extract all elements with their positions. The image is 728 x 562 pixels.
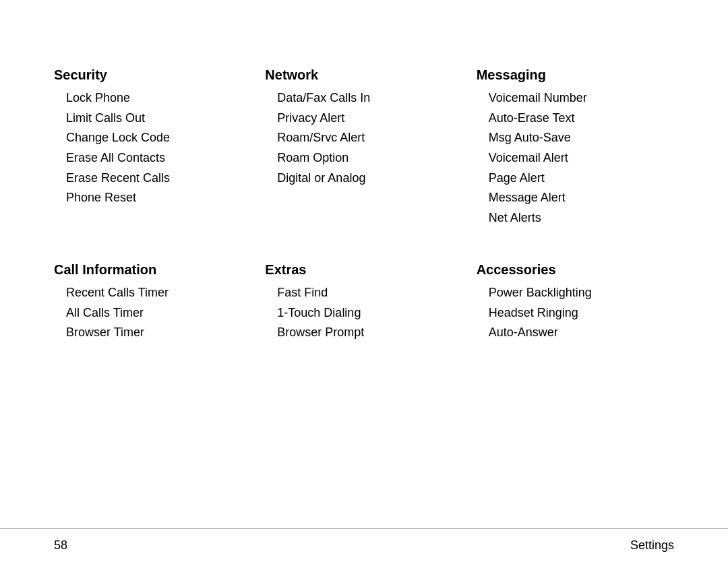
list-item[interactable]: Voicemail Alert bbox=[477, 148, 674, 168]
list-item[interactable]: Roam/Srvc Alert bbox=[265, 128, 462, 148]
list-item[interactable]: Erase Recent Calls bbox=[54, 168, 251, 189]
section-accessories: AccessoriesPower BacklightingHeadset Rin… bbox=[477, 262, 674, 343]
section-title-call-information: Call Information bbox=[54, 262, 251, 278]
list-item[interactable]: Privacy Alert bbox=[265, 108, 462, 129]
list-item[interactable]: Erase All Contacts bbox=[54, 148, 251, 168]
section-items-accessories: Power BacklightingHeadset RingingAuto-An… bbox=[477, 283, 674, 343]
section-title-accessories: Accessories bbox=[477, 262, 674, 278]
list-item[interactable]: Change Lock Code bbox=[54, 128, 251, 148]
list-item[interactable]: Lock Phone bbox=[54, 88, 251, 108]
list-item[interactable]: Fast Find bbox=[265, 283, 462, 303]
list-item[interactable]: Browser Timer bbox=[54, 323, 251, 343]
list-item[interactable]: Phone Reset bbox=[54, 188, 251, 208]
section-title-messaging: Messaging bbox=[477, 67, 674, 83]
list-item[interactable]: Message Alert bbox=[477, 188, 674, 208]
section-call-information: Call InformationRecent Calls TimerAll Ca… bbox=[54, 262, 251, 343]
section-extras: ExtrasFast Find1-Touch DialingBrowser Pr… bbox=[265, 262, 462, 343]
footer: 58 Settings bbox=[0, 528, 728, 562]
list-item[interactable]: Page Alert bbox=[477, 168, 674, 189]
list-item[interactable]: Recent Calls Timer bbox=[54, 283, 251, 303]
list-item[interactable]: Limit Calls Out bbox=[54, 108, 251, 129]
list-item[interactable]: Headset Ringing bbox=[477, 303, 674, 323]
section-title-security: Security bbox=[54, 67, 251, 83]
section-items-call-information: Recent Calls TimerAll Calls TimerBrowser… bbox=[54, 283, 251, 343]
section-title-network: Network bbox=[265, 67, 462, 83]
section-items-network: Data/Fax Calls InPrivacy AlertRoam/Srvc … bbox=[265, 88, 462, 188]
section-messaging: MessagingVoicemail NumberAuto-Erase Text… bbox=[477, 67, 674, 228]
list-item[interactable]: Digital or Analog bbox=[265, 168, 462, 189]
section-items-messaging: Voicemail NumberAuto-Erase TextMsg Auto-… bbox=[477, 88, 674, 228]
list-item[interactable]: All Calls Timer bbox=[54, 303, 251, 323]
list-item[interactable]: Power Backlighting bbox=[477, 283, 674, 303]
list-item[interactable]: Msg Auto-Save bbox=[477, 128, 674, 148]
section-security: SecurityLock PhoneLimit Calls OutChange … bbox=[54, 67, 251, 228]
list-item[interactable]: Browser Prompt bbox=[265, 323, 462, 343]
section-network: NetworkData/Fax Calls InPrivacy AlertRoa… bbox=[265, 67, 462, 228]
list-item[interactable]: 1-Touch Dialing bbox=[265, 303, 462, 323]
list-item[interactable]: Data/Fax Calls In bbox=[265, 88, 462, 108]
section-title-extras: Extras bbox=[265, 262, 462, 278]
section-items-extras: Fast Find1-Touch DialingBrowser Prompt bbox=[265, 283, 462, 343]
section-items-security: Lock PhoneLimit Calls OutChange Lock Cod… bbox=[54, 88, 251, 208]
list-item[interactable]: Auto-Answer bbox=[477, 323, 674, 343]
section-label: Settings bbox=[630, 538, 674, 553]
list-item[interactable]: Auto-Erase Text bbox=[477, 108, 674, 129]
list-item[interactable]: Voicemail Number bbox=[477, 88, 674, 108]
page-number: 58 bbox=[54, 538, 67, 553]
main-content: SecurityLock PhoneLimit Calls OutChange … bbox=[0, 0, 728, 383]
list-item[interactable]: Roam Option bbox=[265, 148, 462, 168]
list-item[interactable]: Net Alerts bbox=[477, 208, 674, 228]
